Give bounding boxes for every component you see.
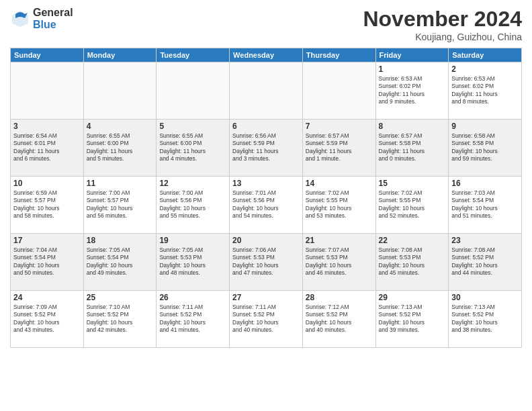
cell-text: Sunrise: 7:00 AM Sunset: 5:56 PM Dayligh… — [159, 189, 226, 220]
cell-text: Sunrise: 6:55 AM Sunset: 6:00 PM Dayligh… — [159, 132, 226, 163]
col-thursday: Thursday — [302, 48, 375, 62]
week-row-4: 17Sunrise: 7:04 AM Sunset: 5:54 PM Dayli… — [11, 234, 522, 291]
table-row: 17Sunrise: 7:04 AM Sunset: 5:54 PM Dayli… — [11, 234, 84, 291]
day-number: 3 — [13, 122, 81, 131]
cell-text: Sunrise: 6:59 AM Sunset: 5:57 PM Dayligh… — [13, 189, 81, 220]
day-number: 24 — [13, 293, 81, 302]
table-row: 12Sunrise: 7:00 AM Sunset: 5:56 PM Dayli… — [157, 177, 230, 234]
cell-text: Sunrise: 7:07 AM Sunset: 5:53 PM Dayligh… — [306, 246, 373, 277]
table-row: 15Sunrise: 7:02 AM Sunset: 5:55 PM Dayli… — [375, 177, 449, 234]
day-number: 9 — [451, 122, 519, 131]
day-number: 11 — [87, 179, 154, 188]
logo-blue-text: Blue — [33, 19, 73, 31]
day-number: 7 — [306, 122, 373, 131]
logo: General Blue — [10, 7, 73, 30]
table-row: 25Sunrise: 7:10 AM Sunset: 5:52 PM Dayli… — [83, 291, 157, 348]
col-wednesday: Wednesday — [230, 48, 303, 62]
cell-text: Sunrise: 7:03 AM Sunset: 5:54 PM Dayligh… — [451, 189, 519, 220]
table-row: 19Sunrise: 7:05 AM Sunset: 5:53 PM Dayli… — [157, 234, 230, 291]
day-number: 1 — [379, 64, 446, 74]
title-section: November 2024 Koujiang, Guizhou, China — [363, 7, 522, 42]
day-number: 23 — [451, 236, 519, 245]
col-tuesday: Tuesday — [157, 48, 230, 62]
table-row: 4Sunrise: 6:55 AM Sunset: 6:00 PM Daylig… — [83, 120, 157, 177]
cell-text: Sunrise: 7:13 AM Sunset: 5:52 PM Dayligh… — [451, 304, 519, 334]
day-number: 14 — [306, 179, 373, 188]
cell-text: Sunrise: 7:08 AM Sunset: 5:52 PM Dayligh… — [451, 246, 519, 277]
day-number: 27 — [232, 293, 300, 302]
logo-text: General Blue — [33, 7, 73, 30]
table-row: 24Sunrise: 7:09 AM Sunset: 5:52 PM Dayli… — [11, 291, 84, 348]
day-number: 6 — [232, 122, 300, 131]
cell-text: Sunrise: 7:12 AM Sunset: 5:52 PM Dayligh… — [306, 304, 373, 334]
col-sunday: Sunday — [11, 48, 84, 62]
day-number: 15 — [379, 179, 446, 188]
cell-text: Sunrise: 7:02 AM Sunset: 5:55 PM Dayligh… — [379, 189, 446, 220]
day-number: 12 — [159, 179, 226, 188]
table-row: 7Sunrise: 6:57 AM Sunset: 5:59 PM Daylig… — [302, 120, 375, 177]
col-friday: Friday — [375, 48, 449, 62]
day-number: 20 — [232, 236, 300, 245]
cell-text: Sunrise: 6:57 AM Sunset: 5:59 PM Dayligh… — [306, 132, 373, 163]
day-number: 8 — [379, 122, 446, 131]
day-number: 10 — [13, 179, 81, 188]
table-row — [230, 62, 303, 120]
cell-text: Sunrise: 7:04 AM Sunset: 5:54 PM Dayligh… — [13, 246, 81, 277]
table-row: 1Sunrise: 6:53 AM Sunset: 6:02 PM Daylig… — [375, 62, 449, 120]
day-number: 17 — [13, 236, 81, 245]
cell-text: Sunrise: 6:56 AM Sunset: 5:59 PM Dayligh… — [232, 132, 300, 163]
day-number: 22 — [379, 236, 446, 245]
table-row: 3Sunrise: 6:54 AM Sunset: 6:01 PM Daylig… — [11, 120, 84, 177]
table-row: 20Sunrise: 7:06 AM Sunset: 5:53 PM Dayli… — [230, 234, 303, 291]
table-row: 29Sunrise: 7:13 AM Sunset: 5:52 PM Dayli… — [375, 291, 449, 348]
day-number: 25 — [87, 293, 154, 302]
cell-text: Sunrise: 7:11 AM Sunset: 5:52 PM Dayligh… — [159, 304, 226, 334]
table-row: 27Sunrise: 7:11 AM Sunset: 5:52 PM Dayli… — [230, 291, 303, 348]
logo-icon — [10, 9, 30, 29]
day-number: 16 — [451, 179, 519, 188]
table-row: 11Sunrise: 7:00 AM Sunset: 5:57 PM Dayli… — [83, 177, 157, 234]
day-number: 2 — [451, 64, 519, 74]
table-row: 6Sunrise: 6:56 AM Sunset: 5:59 PM Daylig… — [230, 120, 303, 177]
table-row — [157, 62, 230, 120]
cell-text: Sunrise: 7:13 AM Sunset: 5:52 PM Dayligh… — [379, 304, 446, 334]
cell-text: Sunrise: 7:01 AM Sunset: 5:56 PM Dayligh… — [232, 189, 300, 220]
week-row-1: 1Sunrise: 6:53 AM Sunset: 6:02 PM Daylig… — [11, 62, 522, 120]
table-row: 2Sunrise: 6:53 AM Sunset: 6:02 PM Daylig… — [449, 62, 522, 120]
calendar-header-row: Sunday Monday Tuesday Wednesday Thursday… — [11, 48, 522, 62]
table-row: 22Sunrise: 7:08 AM Sunset: 5:53 PM Dayli… — [375, 234, 449, 291]
table-row: 28Sunrise: 7:12 AM Sunset: 5:52 PM Dayli… — [302, 291, 375, 348]
col-monday: Monday — [83, 48, 157, 62]
table-row: 9Sunrise: 6:58 AM Sunset: 5:58 PM Daylig… — [449, 120, 522, 177]
location: Koujiang, Guizhou, China — [363, 32, 522, 42]
week-row-3: 10Sunrise: 6:59 AM Sunset: 5:57 PM Dayli… — [11, 177, 522, 234]
day-number: 4 — [87, 122, 154, 131]
day-number: 28 — [306, 293, 373, 302]
table-row: 5Sunrise: 6:55 AM Sunset: 6:00 PM Daylig… — [157, 120, 230, 177]
table-row: 23Sunrise: 7:08 AM Sunset: 5:52 PM Dayli… — [449, 234, 522, 291]
cell-text: Sunrise: 7:08 AM Sunset: 5:53 PM Dayligh… — [379, 246, 446, 277]
cell-text: Sunrise: 7:09 AM Sunset: 5:52 PM Dayligh… — [13, 304, 81, 334]
table-row: 13Sunrise: 7:01 AM Sunset: 5:56 PM Dayli… — [230, 177, 303, 234]
day-number: 29 — [379, 293, 446, 302]
cell-text: Sunrise: 6:57 AM Sunset: 5:58 PM Dayligh… — [379, 132, 446, 163]
table-row: 14Sunrise: 7:02 AM Sunset: 5:55 PM Dayli… — [302, 177, 375, 234]
table-row: 26Sunrise: 7:11 AM Sunset: 5:52 PM Dayli… — [157, 291, 230, 348]
cell-text: Sunrise: 6:54 AM Sunset: 6:01 PM Dayligh… — [13, 132, 81, 163]
day-number: 30 — [451, 293, 519, 302]
header: General Blue November 2024 Koujiang, Gui… — [10, 7, 522, 42]
cell-text: Sunrise: 6:53 AM Sunset: 6:02 PM Dayligh… — [379, 75, 446, 106]
day-number: 13 — [232, 179, 300, 188]
cell-text: Sunrise: 6:53 AM Sunset: 6:02 PM Dayligh… — [451, 75, 519, 106]
day-number: 19 — [159, 236, 226, 245]
cell-text: Sunrise: 7:00 AM Sunset: 5:57 PM Dayligh… — [87, 189, 154, 220]
week-row-5: 24Sunrise: 7:09 AM Sunset: 5:52 PM Dayli… — [11, 291, 522, 348]
cell-text: Sunrise: 7:05 AM Sunset: 5:53 PM Dayligh… — [159, 246, 226, 277]
day-number: 26 — [159, 293, 226, 302]
cell-text: Sunrise: 6:58 AM Sunset: 5:58 PM Dayligh… — [451, 132, 519, 163]
table-row: 18Sunrise: 7:05 AM Sunset: 5:54 PM Dayli… — [83, 234, 157, 291]
cell-text: Sunrise: 7:11 AM Sunset: 5:52 PM Dayligh… — [232, 304, 300, 334]
day-number: 21 — [306, 236, 373, 245]
cell-text: Sunrise: 7:10 AM Sunset: 5:52 PM Dayligh… — [87, 304, 154, 334]
page: General Blue November 2024 Koujiang, Gui… — [0, 0, 532, 411]
